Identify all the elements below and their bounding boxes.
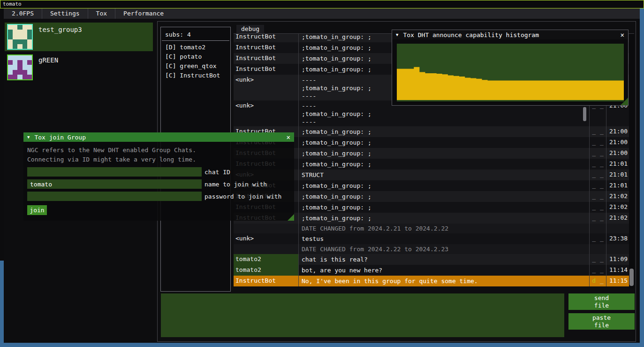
message-text: ;tomato_in_group: ; xyxy=(298,213,589,224)
window-frame-left xyxy=(0,261,4,347)
menu-item-2-0fps[interactable]: 2.0FPS xyxy=(4,8,42,19)
message-text: testus xyxy=(298,233,589,244)
message-timestamp: 21:01 xyxy=(606,159,629,170)
log-scrollbar[interactable] xyxy=(629,34,634,289)
message-text: ;tomato_in_group: ; xyxy=(298,180,589,191)
join-fields: chat IDname to join withpassword to join… xyxy=(27,167,290,201)
message-sender: InstructBot xyxy=(234,34,298,42)
member-item[interactable]: [C] green_qtox xyxy=(161,62,230,71)
message-flags: __ xyxy=(589,191,606,202)
message-text: STRUCT xyxy=(298,170,589,180)
resize-grip-icon[interactable] xyxy=(621,98,628,105)
date-separator-row: DATE CHANGED from 2024.2.22 to 2024.2.23 xyxy=(234,244,629,254)
histogram-window-titlebar[interactable]: ▼ Tox DHT announce capability histogram … xyxy=(392,30,628,39)
field-label: chat ID xyxy=(205,169,230,176)
message-flags: __ xyxy=(589,265,606,276)
send-file-button[interactable]: send file xyxy=(568,293,635,310)
group-avatar xyxy=(7,24,33,50)
window-frame-right xyxy=(640,8,644,347)
field-label: password to join with xyxy=(205,193,281,200)
field-label: name to join with xyxy=(205,181,267,188)
window-titlebar[interactable]: tomato xyxy=(0,0,644,8)
chat-message-row[interactable]: InstructBotNo, I've been in this group f… xyxy=(234,276,629,286)
message-sender: <unk> xyxy=(234,75,298,100)
member-item[interactable]: [C] InstructBot xyxy=(161,71,230,80)
message-timestamp: 21:00 xyxy=(606,148,629,159)
chat-message-row[interactable]: tomato2chat is this real?__11:09 xyxy=(234,254,629,265)
message-flags: __ xyxy=(589,159,606,170)
join-dialog-titlebar[interactable]: ▼ Tox join Group ✕ xyxy=(23,132,294,142)
message-timestamp: 23:38 xyxy=(606,233,629,244)
message-text: ;tomato_in_group: ; xyxy=(298,202,589,213)
separator-text: DATE CHANGED from 2024.2.21 to 2024.2.22 xyxy=(298,224,589,233)
group-row-test_group3[interactable]: test_group3 xyxy=(5,23,153,51)
histogram-window-title: Tox DHT announce capability histogram xyxy=(403,31,539,39)
message-timestamp: 21:02 xyxy=(606,213,629,224)
separator-text: DATE CHANGED from 2024.2.22 to 2024.2.23 xyxy=(298,244,589,254)
message-timestamp: 21:01 xyxy=(606,180,629,191)
message-sender: InstructBot xyxy=(234,53,298,64)
close-icon[interactable]: ✕ xyxy=(287,133,290,141)
message-timestamp: 11:14 xyxy=(606,265,629,276)
message-sender: <unk> xyxy=(234,100,298,126)
group-name: test_group3 xyxy=(38,26,82,33)
menubar: 2.0FPSSettingsToxPerformance xyxy=(4,8,640,19)
log-scrollbar-thumb[interactable] xyxy=(629,269,634,286)
message-flags: __ xyxy=(589,180,606,191)
message-text: chat is this real? xyxy=(298,254,589,265)
member-item[interactable]: [C] potato xyxy=(161,52,230,62)
subs-count: subs: 4 xyxy=(161,27,230,40)
menu-item-tox[interactable]: Tox xyxy=(88,8,115,19)
message-flags: __ xyxy=(589,126,606,137)
message-input[interactable] xyxy=(161,293,564,337)
message-text: ;tomato_in_group: ; xyxy=(298,126,589,137)
group-name: gREEN xyxy=(38,56,58,64)
message-scrollbar-thumb[interactable] xyxy=(583,107,586,121)
collapse-icon[interactable]: ▼ xyxy=(27,135,30,139)
join-chat-id-input[interactable] xyxy=(27,167,202,177)
join-name-input[interactable] xyxy=(27,179,202,189)
tab-debug[interactable]: debug xyxy=(236,25,264,33)
message-flags: __ xyxy=(589,254,606,265)
close-icon[interactable]: ✕ xyxy=(621,31,624,39)
join-description-line: NGC refers to the New DHT enabled Group … xyxy=(27,146,290,155)
menu-item-performance[interactable]: Performance xyxy=(115,8,172,19)
message-timestamp: 21:02 xyxy=(606,191,629,202)
join-description-line: Connecting via ID might take a very long… xyxy=(27,155,290,164)
message-text: ;tomato_in_group: ; xyxy=(298,148,589,159)
message-timestamp: 21:01 xyxy=(606,170,629,180)
message-sender: <unk> xyxy=(234,233,298,244)
message-sender: InstructBot xyxy=(234,64,298,75)
date-separator-row: DATE CHANGED from 2024.2.21 to 2024.2.22 xyxy=(234,224,629,233)
message-sender: InstructBot xyxy=(234,42,298,53)
message-sender: tomato2 xyxy=(234,254,298,265)
message-flags: __ xyxy=(589,213,606,224)
message-flags: __ xyxy=(589,202,606,213)
message-timestamp: 11:09 xyxy=(606,254,629,265)
histogram-bars xyxy=(397,67,624,100)
group-row-gREEN[interactable]: gREEN xyxy=(5,53,153,82)
message-flags: __ xyxy=(589,233,606,244)
message-text: bot, are you new here? xyxy=(298,265,589,276)
message-timestamp: 11:15 xyxy=(606,276,629,286)
join-group-dialog: ▼ Tox join Group ✕ NGC refers to the New… xyxy=(23,132,294,221)
collapse-icon[interactable]: ▼ xyxy=(396,32,398,37)
menu-item-settings[interactable]: Settings xyxy=(42,8,88,19)
join-password-input[interactable] xyxy=(27,192,202,201)
message-sender: tomato2 xyxy=(234,265,298,276)
message-text: No, I've been in this group for quite so… xyxy=(298,276,589,286)
window-frame-bottom xyxy=(0,343,644,347)
app-window: tomato 2.0FPSSettingsToxPerformance test… xyxy=(0,0,644,347)
chat-message-row[interactable]: tomato2bot, are you new here?__11:14 xyxy=(234,265,629,276)
paste-file-button[interactable]: paste file xyxy=(568,313,635,330)
message-flags: __ xyxy=(589,137,606,148)
message-timestamp: 21:02 xyxy=(606,202,629,213)
join-dialog-body: NGC refers to the New DHT enabled Group … xyxy=(23,142,294,221)
resize-grip-icon[interactable] xyxy=(288,214,294,221)
message-flags: __ xyxy=(589,170,606,180)
group-avatar xyxy=(7,54,33,80)
chat-message-row[interactable]: <unk>testus__23:38 xyxy=(234,233,629,244)
member-item[interactable]: [D] tomato2 xyxy=(161,43,230,52)
join-button[interactable]: join xyxy=(27,205,47,215)
message-text: ;tomato_in_group: ; xyxy=(298,191,589,202)
